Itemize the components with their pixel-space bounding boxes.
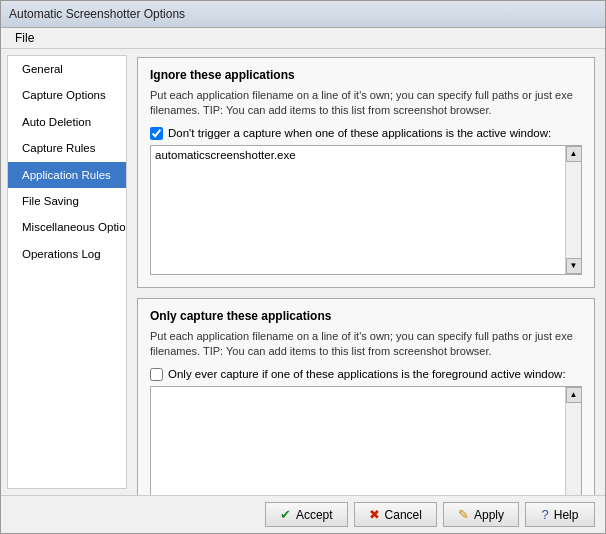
apply-button[interactable]: ✎ Apply xyxy=(443,502,519,527)
capture-group-title: Only capture these applications xyxy=(150,309,582,323)
capture-group: Only capture these applications Put each… xyxy=(137,298,595,495)
ignore-checkbox[interactable] xyxy=(150,127,163,140)
cancel-button[interactable]: ✖ Cancel xyxy=(354,502,437,527)
sidebar-item-application-rules[interactable]: Application Rules xyxy=(8,162,126,188)
capture-scroll-up[interactable]: ▲ xyxy=(566,387,582,403)
ignore-scrollbar: ▲ ▼ xyxy=(565,146,581,274)
title-bar: Automatic Screenshotter Options xyxy=(1,1,605,28)
accept-label: Accept xyxy=(296,508,333,522)
help-icon: ? xyxy=(542,507,549,522)
sidebar-item-miscellaneous-options[interactable]: Miscellaneous Options xyxy=(8,214,126,240)
ignore-group: Ignore these applications Put each appli… xyxy=(137,57,595,288)
sidebar-item-file-saving[interactable]: File Saving xyxy=(8,188,126,214)
ignore-scroll-up[interactable]: ▲ xyxy=(566,146,582,162)
capture-scrollbar: ▲ ▼ xyxy=(565,387,581,495)
ignore-scroll-thumb-area xyxy=(566,162,581,258)
capture-checkbox[interactable] xyxy=(150,368,163,381)
cancel-label: Cancel xyxy=(385,508,422,522)
sidebar-item-general[interactable]: General xyxy=(8,56,126,82)
ignore-group-title: Ignore these applications xyxy=(150,68,582,82)
apply-icon: ✎ xyxy=(458,507,469,522)
accept-icon: ✔ xyxy=(280,507,291,522)
sidebar: GeneralCapture OptionsAuto DeletionCaptu… xyxy=(7,55,127,489)
apply-label: Apply xyxy=(474,508,504,522)
ignore-checkbox-row: Don't trigger a capture when one of thes… xyxy=(150,127,582,140)
main-panel: Ignore these applications Put each appli… xyxy=(127,49,605,495)
help-button[interactable]: ? Help xyxy=(525,502,595,527)
sidebar-item-capture-rules[interactable]: Capture Rules xyxy=(8,135,126,161)
sidebar-item-capture-options[interactable]: Capture Options xyxy=(8,82,126,108)
sidebar-item-operations-log[interactable]: Operations Log xyxy=(8,241,126,267)
capture-checkbox-label: Only ever capture if one of these applic… xyxy=(168,368,566,380)
ignore-textarea-container: ▲ ▼ xyxy=(150,145,582,275)
capture-scroll-thumb-area xyxy=(566,403,581,495)
accept-button[interactable]: ✔ Accept xyxy=(265,502,348,527)
capture-group-desc: Put each application filename on a line … xyxy=(150,329,582,360)
footer: ✔ Accept ✖ Cancel ✎ Apply ? Help xyxy=(1,495,605,533)
capture-textarea[interactable] xyxy=(151,387,565,495)
ignore-group-desc: Put each application filename on a line … xyxy=(150,88,582,119)
cancel-icon: ✖ xyxy=(369,507,380,522)
menu-bar: File xyxy=(1,28,605,49)
help-label: Help xyxy=(554,508,579,522)
main-window: Automatic Screenshotter Options File Gen… xyxy=(0,0,606,534)
sidebar-item-auto-deletion[interactable]: Auto Deletion xyxy=(8,109,126,135)
window-title: Automatic Screenshotter Options xyxy=(9,7,185,21)
ignore-checkbox-label: Don't trigger a capture when one of thes… xyxy=(168,127,551,139)
ignore-textarea[interactable] xyxy=(151,146,565,274)
capture-checkbox-row: Only ever capture if one of these applic… xyxy=(150,368,582,381)
ignore-scroll-down[interactable]: ▼ xyxy=(566,258,582,274)
menu-file[interactable]: File xyxy=(9,29,40,47)
capture-textarea-container: ▲ ▼ xyxy=(150,386,582,495)
content-area: GeneralCapture OptionsAuto DeletionCaptu… xyxy=(1,49,605,495)
